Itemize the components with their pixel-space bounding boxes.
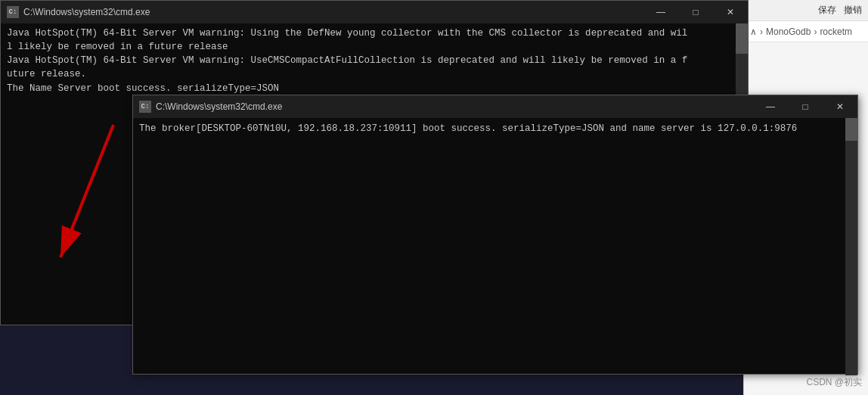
window-controls-back: — □ ✕	[643, 1, 748, 23]
cmd-content-back: Java HotSpot(TM) 64-Bit Server VM warnin…	[1, 23, 748, 98]
close-button-back[interactable]: ✕	[713, 1, 748, 23]
scrollbar-front[interactable]	[845, 118, 857, 375]
save-button[interactable]: 保存	[818, 4, 836, 17]
right-panel-toolbar: 保存 撤销	[744, 0, 868, 21]
breadcrumb: ∧ › MonoGodb › rocketm	[744, 21, 868, 42]
minimize-button-front[interactable]: —	[753, 95, 788, 118]
minimize-button-back[interactable]: —	[643, 1, 678, 23]
cmd-title-back: C:\Windows\system32\cmd.exe	[23, 7, 150, 17]
close-button-front[interactable]: ✕	[823, 95, 857, 118]
cmd-window-foreground: C: C:\Windows\system32\cmd.exe — □ ✕ The…	[132, 95, 858, 375]
maximize-button-back[interactable]: □	[678, 1, 713, 23]
breadcrumb-separator: ›	[760, 26, 763, 37]
titlebar-front: C: C:\Windows\system32\cmd.exe — □ ✕	[133, 95, 857, 118]
cmd-content-front: The broker[DESKTOP-60TN10U, 192.168.18.2…	[133, 118, 857, 139]
cmd-icon-back: C:	[7, 6, 19, 18]
cmd-line-2: l likely be removed in a future release	[7, 40, 742, 54]
titlebar-back: C: C:\Windows\system32\cmd.exe — □ ✕	[1, 1, 748, 23]
scrollbar-back-thumb[interactable]	[736, 23, 748, 54]
breadcrumb-separator-2: ›	[814, 26, 817, 37]
watermark: CSDN @初实	[806, 376, 862, 389]
maximize-button-front[interactable]: □	[788, 95, 823, 118]
scrollbar-front-thumb[interactable]	[845, 118, 857, 141]
cmd-line-1: Java HotSpot(TM) 64-Bit Server VM warnin…	[7, 26, 742, 40]
cmd-front-line-1: The broker[DESKTOP-60TN10U, 192.168.18.2…	[139, 121, 851, 136]
cmd-icon-front: C:	[139, 101, 151, 113]
chevron-up-icon: ∧	[750, 26, 757, 37]
cmd-line-5: The Name Server boot success. serializeT…	[7, 82, 742, 95]
breadcrumb-item-2: rocketm	[820, 26, 852, 37]
cmd-title-front: C:\Windows\system32\cmd.exe	[156, 101, 282, 112]
cmd-line-4: uture release.	[7, 67, 742, 81]
cmd-line-3: Java HotSpot(TM) 64-Bit Server VM warnin…	[7, 54, 742, 67]
breadcrumb-item-1: MonoGodb	[766, 26, 811, 37]
undo-button[interactable]: 撤销	[844, 4, 862, 17]
window-controls-front: — □ ✕	[753, 95, 857, 118]
